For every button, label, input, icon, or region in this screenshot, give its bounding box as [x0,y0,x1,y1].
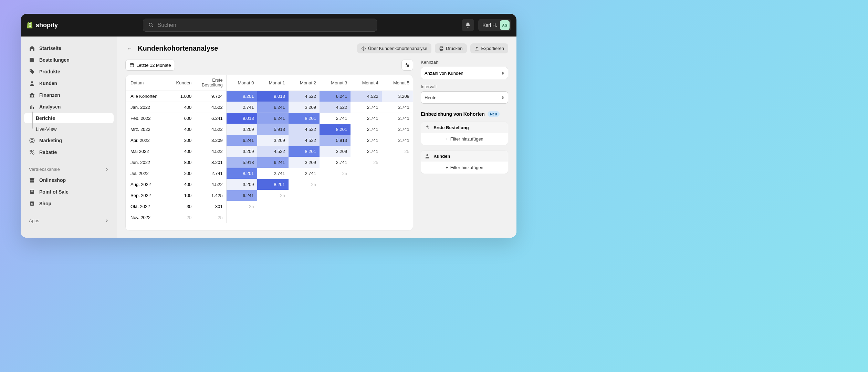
metric-select[interactable]: Anzahl von Kunden ▲▼ [421,67,508,79]
svg-point-3 [31,81,33,83]
sidebar-item-orders[interactable]: Bestellungen [24,54,114,65]
interval-label: Intervall [421,84,508,89]
sidebar-section-channels[interactable]: Vertriebskanäle [24,165,114,174]
cell-value: 400 [169,102,195,113]
sidebar-item-shop[interactable]: S Shop [24,198,114,209]
sidebar-item-label: Live-View [36,126,56,132]
date-range-button[interactable]: Letzte 12 Monate [125,60,175,71]
column-header[interactable]: Monat 3 [320,75,351,91]
cell-value: 4.522 [195,146,226,157]
column-header[interactable]: Monat 0 [226,75,257,91]
search-input[interactable]: Suchen [143,19,377,32]
cohort-cell [351,168,381,179]
target-icon [29,137,35,144]
table-row: Apr. 20223003.2096.2413.2094.5225.9132.7… [126,135,413,146]
column-header[interactable]: Monat 2 [289,75,320,91]
interval-select[interactable]: Heute ▲▼ [421,91,508,104]
store-icon [29,177,35,183]
column-header[interactable]: Monat 1 [257,75,288,91]
row-label: Feb. 2022 [126,113,169,124]
svg-point-0 [149,23,152,26]
table-scroll[interactable]: DatumKundenErsteBestellungMonat 0Monat 1… [126,75,413,230]
row-label: Jul. 2022 [126,168,169,179]
sidebar-item-liveview[interactable]: Live-View [24,124,114,134]
table-settings-button[interactable] [401,60,413,71]
column-header[interactable]: ErsteBestellung [195,75,226,91]
sidebar-section-label: Apps [29,218,39,223]
cohort-cell: 8.201 [289,146,320,157]
sidebar-item-onlinestore[interactable]: Onlineshop [24,175,114,186]
cell-value: 1.000 [169,91,195,102]
cohort-cell: 2.741 [351,135,381,146]
cohort-cell [382,212,413,223]
add-filter-button[interactable]: + Filter hinzufügen [421,162,508,174]
row-label: Nov. 2022 [126,212,169,223]
person-icon [29,80,35,86]
chevron-right-icon [105,167,109,172]
sidebar-item-label: Rabatte [39,149,57,155]
row-label: Apr. 2022 [126,135,169,146]
row-label: Mrz. 2022 [126,124,169,135]
table-row: Mai 20224004.5223.2094.5228.2013.2092.74… [126,146,413,157]
cohort-cell [257,201,288,212]
chevron-right-icon [105,219,109,223]
user-menu[interactable]: Karl H. AG [478,19,511,31]
sidebar-item-label: Marketing [39,138,62,143]
cohort-cell: 4.522 [257,146,288,157]
cell-value: 200 [169,168,195,179]
sidebar-item-marketing[interactable]: Marketing [24,135,114,146]
printer-icon [439,46,444,51]
cohort-cell: 6.241 [226,135,257,146]
sidebar-item-pos[interactable]: Point of Sale [24,186,114,197]
row-label: Alle Kohorten [126,91,169,102]
cohort-cell: 4.522 [289,91,320,102]
bell-icon [465,22,471,28]
column-header[interactable]: Monat 5 [382,75,413,91]
sidebar-item-discounts[interactable]: Rabatte [24,147,114,158]
cohort-cell: 6.241 [226,190,257,201]
sidebar-item-home[interactable]: Startseite [24,43,114,54]
table-row: Okt. 20223030125 [126,201,413,212]
print-button[interactable]: Drucken [435,43,467,53]
right-panel: Kennzahl Anzahl von Kunden ▲▼ Intervall … [421,60,508,231]
sidebar-item-finance[interactable]: Finanzen [24,90,114,101]
add-filter-button[interactable]: + Filter hinzufügen [421,133,508,145]
search-icon [148,22,154,28]
about-button[interactable]: Über Kundenkohortenanalyse [357,43,431,53]
row-label: Jun. 2022 [126,157,169,168]
export-button[interactable]: Exportieren [470,43,508,53]
column-header[interactable]: Kunden [169,75,195,91]
cell-value: 2.741 [195,168,226,179]
cohort-cell: 4.522 [320,102,351,113]
sidebar-section-apps[interactable]: Apps [24,216,114,225]
cohort-cell: 4.522 [289,124,320,135]
cohort-cell: 2.741 [382,102,413,113]
cell-value: 301 [195,201,226,212]
row-label: Jan. 2022 [126,102,169,113]
sliders-icon [405,62,410,68]
brand-name: shopify [36,22,58,29]
back-button[interactable]: ← [125,45,134,52]
sidebar-item-analytics[interactable]: Analysen [24,101,114,112]
column-header[interactable]: Monat 4 [351,75,381,91]
sidebar-item-products[interactable]: Produkte [24,66,114,77]
cohort-cell [382,201,413,212]
cohort-cell: 2.741 [320,113,351,124]
cell-value: 4.522 [195,179,226,190]
notifications-button[interactable] [462,19,474,31]
cohort-cell: 3.209 [289,157,320,168]
cell-value: 300 [169,135,195,146]
sidebar-item-reports[interactable]: Berichte [24,113,114,123]
cohort-cell: 5.913 [226,157,257,168]
table-row: Feb. 20226006.2419.0136.2418.2012.7412.7… [126,113,413,124]
cohort-cell: 3.209 [226,146,257,157]
logo[interactable]: shopify [26,21,58,29]
svg-point-8 [33,153,34,155]
column-header[interactable]: Datum [126,75,169,91]
table-row: Jun. 20228008.2015.9136.2413.2092.74125 [126,157,413,168]
sidebar-item-customers[interactable]: Kunden [24,78,114,89]
user-name: Karl H. [482,22,497,28]
shopify-bag-icon [26,21,34,29]
cohort-cell: 2.741 [226,102,257,113]
page-title: Kundenkohortenanalyse [138,44,218,52]
